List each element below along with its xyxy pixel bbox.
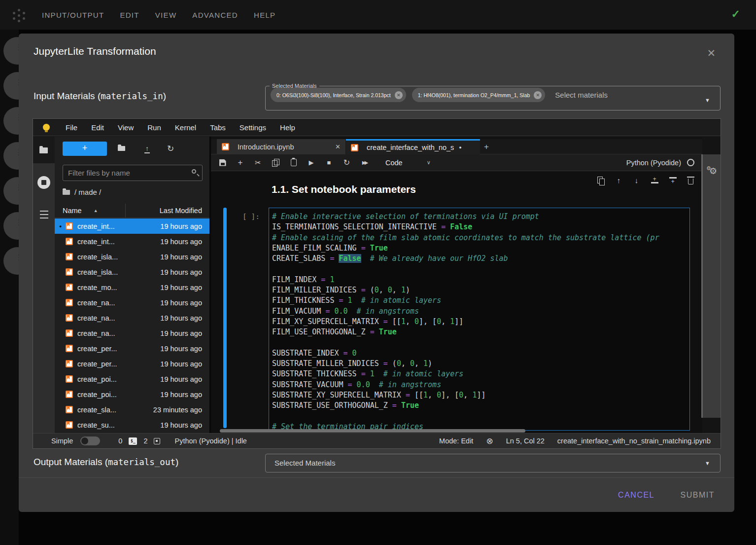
cancel-button[interactable]: CANCEL <box>613 486 659 504</box>
kernel-count[interactable]: 2 <box>143 437 147 445</box>
tab-create-interface[interactable]: create_interface_with_no_s ● <box>346 139 480 154</box>
filter-files-input[interactable] <box>63 165 202 181</box>
jupyter-menu-run[interactable]: Run <box>140 119 168 136</box>
file-row[interactable]: ●create_int...19 hours ago <box>55 218 209 234</box>
file-row[interactable]: create_per...19 hours ago <box>55 341 209 356</box>
move-cell-up-icon[interactable]: ↑ <box>615 176 622 184</box>
app-menu-item-advanced[interactable]: ADVANCED <box>192 11 238 19</box>
chip-remove-icon[interactable]: ✕ <box>534 91 542 99</box>
input-materials-variable: materials_in <box>101 91 163 101</box>
output-materials-dropdown[interactable]: Selected Materials ▼ <box>265 454 721 472</box>
copy-icon[interactable] <box>272 159 279 166</box>
app-menu-item-edit[interactable]: EDIT <box>120 11 139 19</box>
notebook-content[interactable]: 1.1. Set notebook parameters [ ]: # Enab… <box>211 172 702 433</box>
app-menu-item-view[interactable]: VIEW <box>155 11 177 19</box>
add-tab-icon[interactable]: + <box>484 139 489 154</box>
active-file-name: create_interface_with_no_strain_matching… <box>557 437 711 445</box>
kebab-icon: ⋮ <box>15 150 19 154</box>
file-name: create_isla... <box>77 268 151 276</box>
chips-row: 0: O6Si3(100)-Si8(100), Interface, Strai… <box>266 88 720 102</box>
save-icon[interactable] <box>219 159 226 166</box>
file-row[interactable]: create_na...19 hours ago <box>55 310 209 326</box>
file-row[interactable]: create_poi...19 hours ago <box>55 371 209 387</box>
file-row[interactable]: create_mo...19 hours ago <box>55 280 209 295</box>
editor-mode[interactable]: Mode: Edit <box>439 437 473 445</box>
tab-close-icon[interactable]: ✕ <box>335 143 341 150</box>
output-materials-label: Output Materials (materials_out) <box>34 457 178 468</box>
restart-run-all-icon[interactable]: ▶▶ <box>361 160 368 165</box>
submit-button[interactable]: SUBMIT <box>676 486 720 504</box>
table-of-contents-icon[interactable] <box>40 211 48 218</box>
chip-remove-icon[interactable]: ✕ <box>395 91 403 99</box>
cut-icon[interactable]: ✂ <box>254 158 262 167</box>
upload-icon[interactable]: ↑ <box>144 144 150 153</box>
output-dropdown-caret-icon: ▼ <box>705 454 710 472</box>
refresh-icon[interactable]: ↻ <box>167 144 174 154</box>
jupyter-menu-help[interactable]: Help <box>273 119 302 136</box>
cell-collapser[interactable] <box>223 208 227 428</box>
app-logo-icon[interactable] <box>13 9 26 22</box>
trust-shield-icon[interactable]: ⊗ <box>486 436 493 446</box>
jupyter-menu-file[interactable]: File <box>59 119 84 136</box>
simple-mode-toggle[interactable] <box>80 436 100 445</box>
kernel-name[interactable]: Python (Pyodide) <box>626 159 681 167</box>
code-line: # Enable interactive selection of termin… <box>272 212 687 222</box>
dropdown-caret-icon[interactable]: ▼ <box>705 97 710 103</box>
new-launcher-button[interactable]: + <box>63 142 107 156</box>
cell-type-caret-icon[interactable]: ∨ <box>427 159 431 166</box>
file-name: create_int... <box>77 238 151 246</box>
run-icon[interactable]: ▶ <box>308 159 315 166</box>
app-menu-item-help[interactable]: HELP <box>254 11 275 19</box>
file-row[interactable]: create_isla...19 hours ago <box>55 249 209 264</box>
terminal-count[interactable]: 0 <box>118 437 122 445</box>
file-row[interactable]: create_na...19 hours ago <box>55 295 209 310</box>
dialog-close-icon[interactable]: ✕ <box>707 47 716 59</box>
input-materials-label-text: Input Materials ( <box>34 91 101 101</box>
app-menu-item-input-output[interactable]: INPUT/OUTPUT <box>42 11 104 19</box>
stop-icon[interactable]: ■ <box>325 159 333 166</box>
paste-icon[interactable] <box>290 159 297 166</box>
delete-cell-icon[interactable] <box>687 177 694 184</box>
file-name: create_sla... <box>77 406 151 414</box>
running-kernels-icon[interactable] <box>37 176 50 189</box>
file-row[interactable]: create_sla...23 minutes ago <box>55 402 209 417</box>
notebook-file-icon <box>66 406 73 413</box>
tab-introduction[interactable]: Introduction.ipynb ✕ <box>217 139 346 154</box>
horizontal-scrollbar[interactable] <box>220 429 525 433</box>
jupyter-menu-tabs[interactable]: Tabs <box>203 119 233 136</box>
material-chip[interactable]: 0: O6Si3(100)-Si8(100), Interface, Strai… <box>271 88 406 102</box>
file-row[interactable]: create_su...19 hours ago <box>55 417 209 433</box>
move-cell-down-icon[interactable]: ↓ <box>633 176 640 184</box>
settings-gears-icon[interactable]: ⚙⚙ <box>706 165 717 177</box>
restart-kernel-icon[interactable]: ↻ <box>343 158 350 167</box>
selected-materials-field[interactable]: Selected Materials 0: O6Si3(100)-Si8(100… <box>265 83 721 110</box>
insert-cell-above-icon[interactable]: + <box>651 177 658 183</box>
jupyter-menu-edit[interactable]: Edit <box>84 119 111 136</box>
name-column-header[interactable]: Name ▲ <box>55 204 126 218</box>
file-browser-icon[interactable] <box>39 147 48 153</box>
kernel-status-text[interactable]: Python (Pyodide) | Idle <box>174 437 246 445</box>
kernel-status-icon[interactable] <box>687 159 694 166</box>
file-row[interactable]: create_poi...19 hours ago <box>55 387 209 402</box>
material-chip[interactable]: 1: Hf4O8(001), termination O2_P4/mmm_1, … <box>412 88 546 102</box>
material-chip-label: 0: O6Si3(100)-Si8(100), Interface, Strai… <box>276 92 391 98</box>
jupyter-menu-kernel[interactable]: Kernel <box>168 119 203 136</box>
breadcrumb[interactable]: / made / <box>63 188 101 196</box>
select-materials-placeholder[interactable]: Select materials <box>555 91 608 99</box>
check-icon[interactable]: ✓ <box>731 8 740 21</box>
modified-column-header[interactable]: Last Modified <box>126 207 209 215</box>
insert-cell-below-icon[interactable]: + <box>669 177 677 183</box>
file-row[interactable]: create_na...19 hours ago <box>55 326 209 341</box>
file-row[interactable]: create_per...19 hours ago <box>55 356 209 371</box>
code-line: SUBSTRATE_VACUUM = 0.0 # in angstroms <box>272 380 687 390</box>
new-folder-icon[interactable] <box>118 144 125 153</box>
jupyter-menu-settings[interactable]: Settings <box>233 119 273 136</box>
insert-cell-icon[interactable]: + <box>237 158 244 168</box>
file-row[interactable]: create_int...19 hours ago <box>55 234 209 249</box>
duplicate-cell-icon[interactable] <box>597 177 605 184</box>
jupyter-menu-view[interactable]: View <box>111 119 140 136</box>
cursor-position[interactable]: Ln 5, Col 22 <box>506 437 545 445</box>
cell-type-select[interactable]: Code <box>385 159 403 167</box>
code-cell-editor[interactable]: # Enable interactive selection of termin… <box>269 208 690 431</box>
file-row[interactable]: create_isla...19 hours ago <box>55 264 209 280</box>
